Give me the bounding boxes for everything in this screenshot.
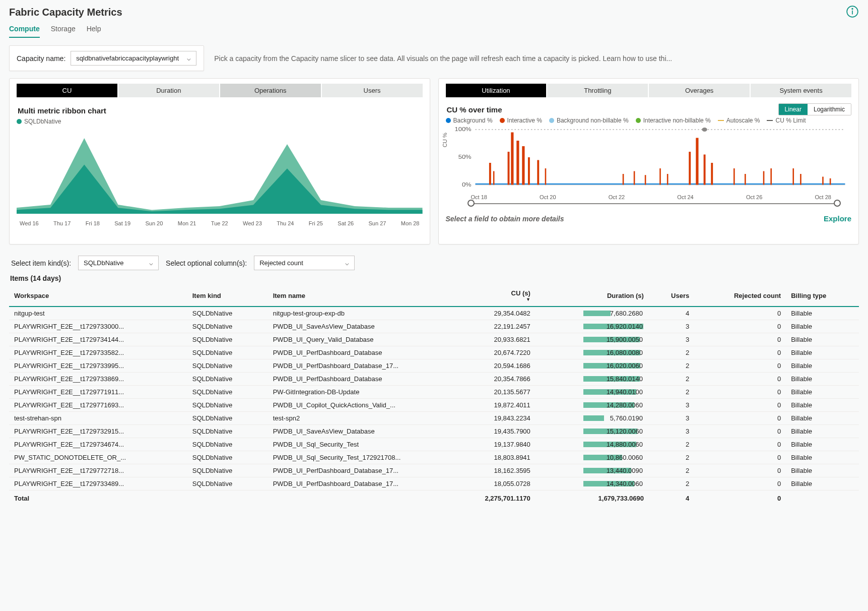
x-tick: Wed 23 <box>243 220 262 226</box>
table-row[interactable]: PLAYWRIGHT_E2E__t1729734144...SQLDbNativ… <box>9 333 859 346</box>
col-duration-s-[interactable]: Duration (s) <box>536 285 649 307</box>
cell: Billable <box>786 346 859 359</box>
capacity-dropdown[interactable]: sqldbnativefabriccapacityplaywright ⌵ <box>71 51 196 66</box>
metric-tab-duration[interactable]: Duration <box>118 84 219 97</box>
table-row[interactable]: PW_STATIC_DONOTDELETE_OR_...SQLDbNativeP… <box>9 451 859 464</box>
svg-point-2 <box>852 9 853 10</box>
table-row[interactable]: test-strehan-spnSQLDbNativetest-spn219,8… <box>9 412 859 425</box>
optional-col-dropdown[interactable]: Rejected count ⌵ <box>254 256 355 270</box>
cell: 0 <box>694 477 786 491</box>
cell: 3 <box>649 425 694 438</box>
right-tabs: UtilizationThrottlingOveragesSystem even… <box>446 84 852 97</box>
cell: PWDB_UI_PerfDashboard_Database <box>268 373 446 386</box>
cell: SQLDbNative <box>187 399 268 412</box>
right-tab-system-events[interactable]: System events <box>751 84 851 97</box>
cell: 2 <box>649 451 694 464</box>
table-row[interactable]: PLAYWRIGHT_E2E__t1729772718...SQLDbNativ… <box>9 464 859 477</box>
metric-tab-operations[interactable]: Operations <box>220 84 321 97</box>
table-row[interactable]: PLAYWRIGHT_E2E__t1729771911...SQLDbNativ… <box>9 386 859 399</box>
info-icon[interactable] <box>846 5 859 20</box>
cell: PLAYWRIGHT_E2E__t1729772718... <box>9 464 187 477</box>
cell: Billable <box>786 412 859 425</box>
table-row[interactable]: PLAYWRIGHT_E2E__t1729733869...SQLDbNativ… <box>9 373 859 386</box>
table-row[interactable]: PLAYWRIGHT_E2E__t1729733582...SQLDbNativ… <box>9 346 859 359</box>
tab-compute[interactable]: Compute <box>9 23 40 38</box>
legend-item[interactable]: Autoscale % <box>718 117 760 124</box>
metric-tab-cu[interactable]: CU <box>17 84 117 97</box>
legend-item[interactable]: Background % <box>446 117 493 124</box>
legend-item[interactable]: Interactive % <box>500 117 542 124</box>
x-tick: Tue 22 <box>211 220 228 226</box>
linear-button[interactable]: Linear <box>779 104 808 115</box>
table-row[interactable]: PLAYWRIGHT_E2E__t1729732915...SQLDbNativ… <box>9 425 859 438</box>
col-item-name[interactable]: Item name <box>268 285 446 307</box>
cell-duration: 16,080.0080 <box>536 346 649 359</box>
overtime-ylabel: CU % <box>442 133 448 147</box>
ribbon-chart[interactable]: Wed 16Thu 17Fri 18Sat 19Sun 20Mon 21Tue … <box>17 128 423 229</box>
cell: PWDB_UI_PerfDashboard_Database_17... <box>268 359 446 373</box>
capacity-slicer-card: Capacity name: sqldbnativefabriccapacity… <box>9 45 204 71</box>
ribbon-legend: SQLDbNative <box>17 118 423 125</box>
svg-rect-16 <box>537 160 539 186</box>
svg-rect-33 <box>822 177 824 186</box>
cell: 2,275,701.1170 <box>446 491 535 505</box>
overtime-chart[interactable]: CU % 0%50%100% Oct 18Oct 20Oct 22Oct 24O… <box>446 127 852 210</box>
cell <box>268 491 446 505</box>
cell: PLAYWRIGHT_E2E__t1729734674... <box>9 438 187 451</box>
col-users[interactable]: Users <box>649 285 694 307</box>
cell: 0 <box>694 438 786 451</box>
page-title: Fabric Capacity Metrics <box>9 7 122 18</box>
cell: 0 <box>694 386 786 399</box>
cell-duration: 5,760.0190 <box>536 412 649 425</box>
legend-item[interactable]: SQLDbNative <box>17 118 61 125</box>
cell: PLAYWRIGHT_E2E__t1729733000... <box>9 320 187 333</box>
metric-tab-users[interactable]: Users <box>322 84 423 97</box>
slider-handle-start[interactable] <box>468 200 475 207</box>
cell: SQLDbNative <box>187 359 268 373</box>
cell: PWDB_UI_Sql_Security_Test_172921708... <box>268 451 446 464</box>
explore-link[interactable]: Explore <box>824 214 851 223</box>
cell: SQLDbNative <box>187 464 268 477</box>
legend-item[interactable]: Background non-billable % <box>549 117 629 124</box>
slider-handle-end[interactable] <box>834 200 841 207</box>
table-row[interactable]: PLAYWRIGHT_E2E__t1729734674...SQLDbNativ… <box>9 438 859 451</box>
right-tab-utilization[interactable]: Utilization <box>446 84 547 97</box>
x-tick: Oct 22 <box>609 194 625 200</box>
table-row[interactable]: PLAYWRIGHT_E2E__t1729733995...SQLDbNativ… <box>9 359 859 373</box>
legend-item[interactable]: CU % Limit <box>767 117 806 124</box>
table-row[interactable]: PLAYWRIGHT_E2E__t1729733489...SQLDbNativ… <box>9 477 859 491</box>
table-row[interactable]: PLAYWRIGHT_E2E__t1729771693...SQLDbNativ… <box>9 399 859 412</box>
tab-storage[interactable]: Storage <box>51 23 76 38</box>
sort-desc-icon: ▼ <box>451 297 530 302</box>
col-workspace[interactable]: Workspace <box>9 285 187 307</box>
cell: 0 <box>694 333 786 346</box>
cell: 2 <box>649 373 694 386</box>
cell: 0 <box>694 320 786 333</box>
x-tick: Sat 26 <box>338 220 354 226</box>
table-row[interactable]: nitgup-testSQLDbNativenitgup-test-group-… <box>9 307 859 320</box>
item-kind-dropdown[interactable]: SQLDbNative ⌵ <box>78 256 159 270</box>
log-button[interactable]: Logarithmic <box>808 104 851 115</box>
cell: 19,137.9840 <box>446 438 535 451</box>
metric-tabs: CUDurationOperationsUsers <box>17 84 423 97</box>
right-tab-overages[interactable]: Overages <box>649 84 750 97</box>
svg-rect-24 <box>696 138 698 186</box>
right-tab-throttling[interactable]: Throttling <box>547 84 648 97</box>
legend-item[interactable]: Interactive non-billable % <box>636 117 711 124</box>
x-tick: Thu 17 <box>53 220 71 226</box>
tab-help[interactable]: Help <box>87 23 101 38</box>
col-rejected-count[interactable]: Rejected count <box>694 285 786 307</box>
optional-col-value: Rejected count <box>259 259 303 267</box>
x-tick: Oct 18 <box>471 194 487 200</box>
time-range-slider[interactable] <box>471 203 838 204</box>
col-item-kind[interactable]: Item kind <box>187 285 268 307</box>
overtime-title: CU % over time <box>447 105 502 114</box>
col-billing-type[interactable]: Billing type <box>786 285 859 307</box>
col-cu-s-[interactable]: CU (s)▼ <box>446 285 535 307</box>
x-tick: Oct 20 <box>540 194 556 200</box>
cell-duration: 16,020.0060 <box>536 359 649 373</box>
cell: 19,435.7900 <box>446 425 535 438</box>
cell: PWDB_UI_SaveAsView_Database <box>268 425 446 438</box>
table-row[interactable]: PLAYWRIGHT_E2E__t1729733000...SQLDbNativ… <box>9 320 859 333</box>
cell: Billable <box>786 373 859 386</box>
